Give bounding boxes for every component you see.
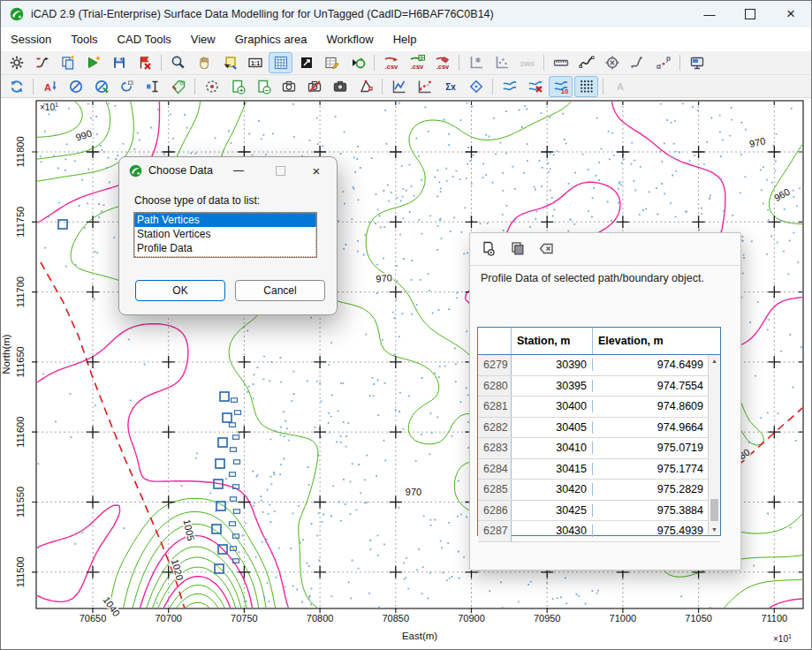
svg-text:111650: 111650 [15,346,26,377]
axis-scale-note: ×101 [773,633,792,644]
row-header-cell: 6285 [478,480,512,500]
column-header-2: Elevation, m [593,328,709,354]
scrollbar-thumb[interactable] [710,499,718,521]
list-item-station-vertices[interactable]: Station Vertices [134,227,316,241]
station-cell[interactable]: 30395 [512,380,593,392]
data-type-listbox[interactable]: Path VerticesStation VerticesProfile Dat… [133,212,317,258]
dialog-minimize-button[interactable]: — [224,157,254,184]
elevation-cell[interactable]: 975.0719 [593,442,709,454]
cancel-button[interactable]: Cancel [235,280,325,301]
table-row: 627930390974.6499 [478,355,720,376]
svg-text:71050: 71050 [685,613,712,624]
svg-text:71000: 71000 [610,613,637,624]
svg-text:70900: 70900 [458,613,485,624]
column-header-1: Station, m [512,328,593,354]
row-header-cell: 6283 [478,438,512,458]
row-header-cell: 6284 [478,459,512,480]
profile-description: Profile Data of selected path/boundary o… [481,272,704,284]
svg-text:70750: 70750 [231,613,258,624]
station-cell[interactable]: 30400 [512,400,593,412]
row-header-cell: 6286 [478,501,512,521]
dialog-maximize-icon [276,166,285,176]
row-header-cell: 6281 [478,397,512,417]
table-row: 628030395974.7554 [478,376,720,397]
dialog-maximize-button [265,157,295,184]
row-header-cell: 6279 [478,355,512,375]
table-row: 628330410975.0719 [478,438,720,459]
svg-text:71100: 71100 [761,613,787,624]
svg-text:111750: 111750 [15,207,26,238]
elevation-cell[interactable]: 975.2829 [593,483,709,495]
choose-data-label: Choose type of data to list: [134,194,260,207]
svg-text:111700: 111700 [15,276,26,307]
station-cell[interactable]: 30390 [512,359,593,371]
station-cell[interactable]: 30430 [512,525,593,537]
column-header-0 [478,328,512,354]
svg-text:111500: 111500 [15,556,26,587]
app-window: iCAD 2.9 (Trial-Enterprise) Surface Data… [0,0,812,650]
profile-data-panel: Profile Data of selected path/boundary o… [469,232,741,571]
table-row: 628530420975.2829 [478,480,720,501]
x-axis-label: East(m) [402,631,437,641]
scroll-up-arrow[interactable]: ▲ [709,355,720,366]
list-item-profile-data[interactable]: Profile Data [134,241,316,255]
dialog-app-icon [129,164,142,178]
elevation-cell[interactable]: 975.3884 [593,504,709,517]
row-header-cell: 6282 [478,418,512,438]
svg-text:970: 970 [376,272,392,284]
copy-data-button[interactable] [506,238,527,259]
choose-data-titlebar[interactable]: Choose Data — × [119,157,337,184]
svg-text:70650: 70650 [80,613,107,624]
row-header-cell: 6280 [478,376,512,397]
svg-text:70850: 70850 [383,613,410,624]
export-data-button[interactable] [477,238,498,259]
svg-text:70700: 70700 [155,613,182,624]
svg-text:70800: 70800 [307,613,334,624]
elevation-cell[interactable]: 974.6499 [593,359,709,371]
station-cell[interactable]: 30410 [512,442,593,454]
elevation-cell[interactable]: 975.1774 [593,463,709,475]
profile-panel-toolbar [477,238,557,259]
station-cell[interactable]: 30405 [512,421,593,434]
row-header-cell: 6287 [478,521,512,541]
table-row: 628130400974.8609 [478,397,720,418]
table-header-row: Station, mElevation, m [478,328,720,355]
elevation-cell[interactable]: 974.8609 [593,400,709,412]
svg-text:111800: 111800 [15,136,26,167]
station-cell[interactable]: 30415 [512,463,593,475]
dialog-title: Choose Data [148,164,213,177]
elevation-cell[interactable]: 974.7554 [593,380,709,392]
svg-text:70950: 70950 [534,613,561,624]
choose-data-dialog: Choose Data — × Choose type of data to l… [118,156,338,315]
profile-table: Station, mElevation, m 627930390974.6499… [477,327,721,536]
scroll-down-arrow[interactable]: ▼ [709,524,720,534]
table-row: 628630425975.3884 [478,501,720,522]
table-body: 627930390974.6499628030395974.7554628130… [478,355,720,534]
table-scrollbar[interactable]: ▲▼ [708,355,720,534]
clear-data-button[interactable] [535,238,557,259]
panel-divider [470,265,740,266]
station-cell[interactable]: 30425 [512,504,593,517]
ok-button[interactable]: OK [135,280,225,301]
svg-text:111600: 111600 [15,417,26,448]
table-row: 628730430975.4939 [478,521,720,542]
station-cell[interactable]: 30420 [512,483,593,495]
svg-text:970: 970 [406,487,421,497]
list-item-path-vertices[interactable]: Path Vertices [134,213,316,227]
table-row: 628230405974.9664 [478,418,720,439]
dialog-close-button[interactable]: × [301,157,331,184]
y-axis-label: North(m) [1,334,11,374]
elevation-cell[interactable]: 975.4939 [593,525,709,537]
svg-text:111550: 111550 [15,487,26,518]
elevation-cell[interactable]: 974.9664 [593,421,709,434]
table-row: 628430415975.1774 [478,459,720,480]
